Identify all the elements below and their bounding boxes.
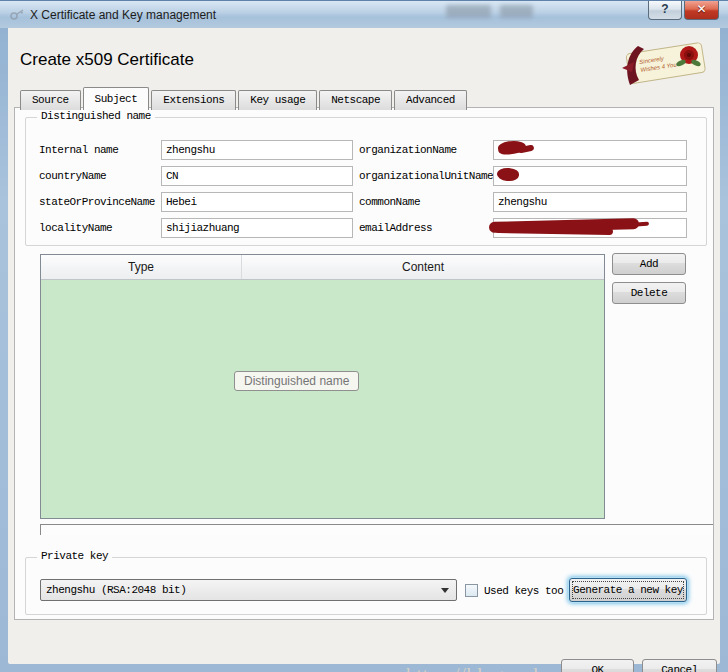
field-label-organization-name: organizationName (359, 140, 457, 160)
group-legend: Private key (37, 550, 112, 562)
window-title: X Certificate and Key management (30, 8, 216, 22)
state-or-province-name-input[interactable] (161, 192, 353, 212)
close-button[interactable]: ✕ (684, 1, 719, 20)
certificate-rose-logo: Sincerely Wishes 4 You (608, 38, 712, 92)
internal-name-input[interactable] (161, 140, 353, 160)
page-title: Create x509 Certificate (20, 50, 194, 70)
common-name-input[interactable] (493, 192, 687, 212)
table-body[interactable]: Distinguished name (41, 280, 604, 519)
field-label-organizational-unit-name: organizationalUnitName (359, 166, 493, 186)
delete-button[interactable]: Delete (612, 282, 686, 304)
tab-source[interactable]: Source (20, 90, 81, 110)
private-key-select[interactable]: zhengshu (RSA:2048 bit) (40, 579, 457, 601)
empty-row-strip (40, 524, 713, 535)
censored-watermark (446, 5, 491, 18)
key-icon (9, 7, 25, 23)
dialog-body: Create x509 Certificate Sincerely Wishes… (8, 28, 720, 664)
tab-advanced[interactable]: Advanced (394, 90, 467, 110)
column-header-content[interactable]: Content (242, 255, 604, 279)
censored-watermark (500, 5, 533, 18)
locality-name-input[interactable] (161, 218, 353, 238)
add-button[interactable]: Add (612, 253, 686, 275)
window: X Certificate and Key management ? ✕ Cre… (0, 0, 728, 672)
titlebar[interactable]: X Certificate and Key management ? ✕ (0, 0, 728, 28)
used-keys-label: Used keys too (484, 585, 563, 597)
cancel-button[interactable]: Cancel (642, 659, 717, 672)
chevron-down-icon (441, 588, 449, 593)
private-key-selected-value: zhengshu (RSA:2048 bit) (46, 584, 186, 596)
tab-key-usage[interactable]: Key usage (238, 90, 317, 110)
tooltip: Distinguished name (234, 371, 359, 391)
field-label-email-address: emailAddress (359, 218, 432, 238)
group-legend: Distinguished name (37, 110, 155, 122)
field-label-country-name: countryName (39, 166, 106, 186)
organizational-unit-name-input[interactable] (493, 166, 687, 186)
table-header: Type Content (41, 255, 604, 280)
field-label-internal-name: Internal name (39, 140, 118, 160)
country-name-input[interactable] (161, 166, 353, 186)
field-label-locality-name: localityName (39, 218, 112, 238)
tab-extensions[interactable]: Extensions (151, 90, 236, 110)
subject-tab-page: Distinguished name Internal name country… (14, 107, 714, 620)
dn-entries-table[interactable]: Type Content Distinguished name (40, 254, 605, 519)
help-button[interactable]: ? (648, 1, 682, 20)
tab-subject[interactable]: Subject (83, 87, 150, 110)
tab-bar: Source Subject Extensions Key usage Nets… (20, 87, 469, 110)
field-label-state-or-province-name: stateOrProvinceName (39, 192, 155, 212)
generate-new-key-button[interactable]: Generate a new key (569, 578, 687, 602)
column-header-type[interactable]: Type (41, 255, 242, 279)
used-keys-checkbox[interactable] (465, 584, 478, 597)
tab-netscape[interactable]: Netscape (319, 90, 392, 110)
field-label-common-name: commonName (359, 192, 420, 212)
ok-button[interactable]: OK (561, 659, 634, 672)
